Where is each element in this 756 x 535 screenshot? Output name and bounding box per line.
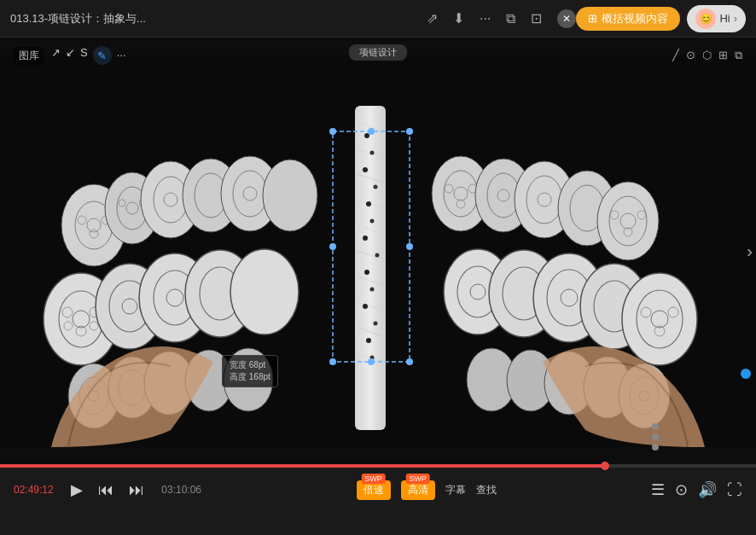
svg-rect-89 [355, 106, 386, 430]
svg-point-125 [652, 423, 659, 430]
svg-point-123 [652, 444, 659, 451]
svg-point-111 [374, 322, 378, 326]
next-arrow[interactable]: › [747, 241, 753, 261]
close-button[interactable]: ✕ [557, 9, 576, 28]
pt-icon-3[interactable]: ⬡ [702, 49, 712, 62]
top-bar: 013.13-项链设计：抽象与... ⇗ ⬇ ··· ⧉ ⊡ ✕ ⊞ 概括视频内… [0, 0, 756, 38]
speed-badge: SWP [361, 474, 386, 484]
top-left: 013.13-项链设计：抽象与... [10, 11, 427, 26]
chevron-icon: › [734, 12, 737, 25]
controls-right: ☰ ⊙ 🔊 ⛶ [651, 480, 742, 499]
height-label: 高度 168pt [230, 371, 270, 383]
svg-point-102 [363, 167, 368, 172]
share-icon[interactable]: ⇗ [427, 10, 438, 26]
size-indicator: 宽度 68pt 高度 168pt [222, 355, 278, 387]
video-player[interactable]: 图库 ↗ ↙ S ✎ ... ╱ ⊙ ⬡ ⊞ ⧉ 项链设计 [0, 38, 756, 464]
play-button[interactable]: ▶ [66, 477, 88, 503]
library-label[interactable]: 图库 [14, 47, 44, 65]
playlist-icon[interactable]: ☰ [651, 480, 665, 499]
svg-point-112 [366, 338, 371, 343]
necklace-artwork [0, 38, 756, 464]
controls-center: SWP 倍速 SWP 高清 字幕 查找 [357, 480, 497, 500]
fullscreen-icon[interactable]: ⛶ [727, 481, 742, 499]
pt-icon-1[interactable]: ╱ [672, 49, 679, 62]
volume-icon[interactable]: 🔊 [698, 480, 717, 499]
svg-point-120 [329, 358, 336, 365]
svg-point-105 [370, 219, 375, 224]
svg-point-121 [368, 358, 375, 365]
dots-menu[interactable]: ... [117, 46, 126, 65]
avatar-button[interactable]: 😊 Hi › [687, 5, 746, 32]
svg-point-57 [230, 249, 299, 334]
svg-point-122 [406, 358, 413, 365]
pt-tools: ↗ ↙ S ✎ ... [51, 46, 126, 65]
quality-button[interactable]: SWP 高清 [401, 480, 435, 500]
next-chapter-button[interactable]: ⏭ [124, 478, 149, 503]
progress-thumb [601, 462, 609, 470]
svg-point-68 [622, 273, 697, 365]
prev-chapter-button[interactable]: ⏮ [93, 478, 119, 503]
svg-point-124 [652, 433, 659, 440]
brush-tool[interactable]: ✎ [93, 46, 112, 65]
svg-point-106 [363, 236, 368, 241]
video-title: 013.13-项链设计：抽象与... [10, 11, 146, 26]
pt-left: 图库 ↗ ↙ S ✎ ... [14, 46, 126, 65]
svg-point-119 [406, 243, 413, 250]
subtitle-button[interactable]: 字幕 [445, 483, 466, 497]
svg-point-104 [366, 201, 371, 206]
svg-point-115 [329, 128, 336, 135]
transform-tool[interactable]: S [80, 46, 88, 65]
pt-right: ╱ ⊙ ⬡ ⊞ ⧉ [672, 49, 742, 62]
svg-point-100 [364, 133, 369, 138]
svg-point-35 [597, 182, 659, 260]
screen-icon[interactable]: ⧉ [506, 11, 515, 26]
svg-point-20 [263, 160, 317, 231]
summary-icon: ⊞ [588, 12, 597, 25]
progress-fill [0, 464, 605, 468]
download-icon[interactable]: ⬇ [453, 10, 464, 26]
top-right: ⊞ 概括视频内容 😊 Hi › [576, 5, 746, 32]
progress-indicator-dot [741, 369, 751, 379]
search-button[interactable]: 查找 [476, 483, 497, 497]
video-frame: 图库 ↗ ↙ S ✎ ... ╱ ⊙ ⬡ ⊞ ⧉ 项链设计 [0, 38, 756, 464]
airplay-icon[interactable]: ⊙ [675, 480, 688, 499]
speed-button[interactable]: SWP 倍速 [357, 480, 391, 500]
pt-icon-2[interactable]: ⊙ [686, 49, 695, 62]
svg-point-103 [374, 185, 378, 189]
width-label: 宽度 68pt [230, 359, 270, 371]
more-icon[interactable]: ··· [480, 11, 491, 26]
time-elapsed: 02:49:12 [14, 484, 61, 496]
lasso-tool[interactable]: ↙ [66, 46, 75, 65]
svg-point-117 [406, 128, 413, 135]
svg-point-101 [370, 151, 375, 155]
time-total: 03:10:06 [154, 484, 201, 496]
procreate-center-title: 项链设计 [349, 44, 407, 61]
top-icons: ⇗ ⬇ ··· ⧉ ⊡ ✕ [427, 9, 576, 28]
center-title: 项链设计 [359, 47, 397, 57]
pt-icon-4[interactable]: ⊞ [718, 49, 728, 62]
quality-badge: SWP [405, 474, 430, 484]
controls-bar: 02:49:12 ▶ ⏮ ⏭ 03:10:06 SWP 倍速 SWP 高清 字幕… [0, 468, 756, 512]
crop-icon[interactable]: ⊡ [531, 10, 542, 26]
avatar-icon: 😊 [695, 9, 716, 29]
arrow-tool[interactable]: ↗ [51, 46, 61, 65]
controls-left: 02:49:12 ▶ ⏮ ⏭ 03:10:06 [14, 477, 201, 503]
pt-icon-5[interactable]: ⧉ [735, 49, 742, 62]
summary-button[interactable]: ⊞ 概括视频内容 [576, 7, 680, 31]
svg-point-116 [368, 128, 375, 135]
progress-bar[interactable] [0, 464, 756, 468]
svg-point-108 [364, 270, 369, 275]
svg-point-118 [329, 243, 336, 250]
summary-label: 概括视频内容 [602, 11, 668, 26]
svg-point-109 [370, 288, 375, 292]
avatar-label: Hi [719, 12, 730, 25]
svg-point-110 [363, 304, 368, 309]
svg-point-107 [375, 253, 380, 258]
